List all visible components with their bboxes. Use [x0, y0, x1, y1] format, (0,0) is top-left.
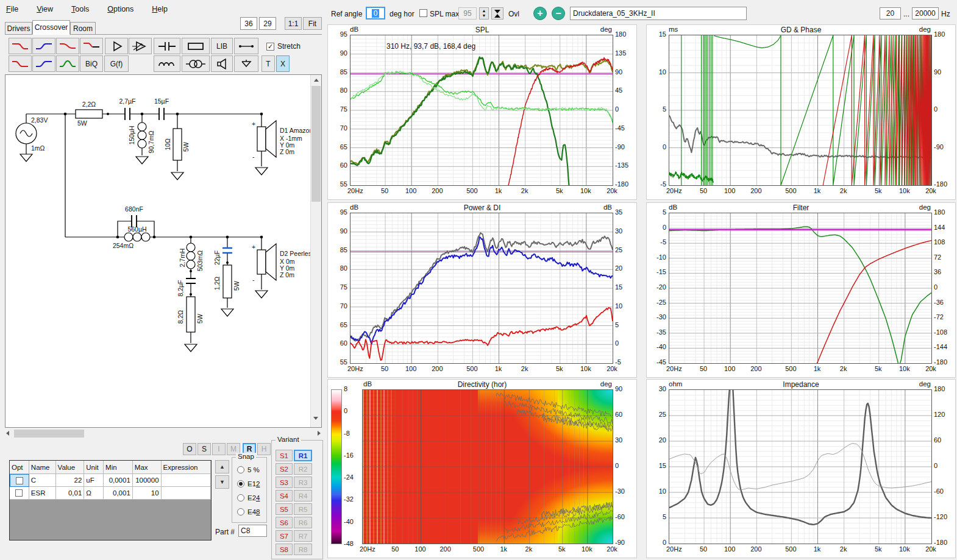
opamp-button[interactable]	[129, 38, 152, 54]
spl-max-spinner[interactable]: ▲▼	[479, 7, 489, 19]
column-header-unit[interactable]: Unit	[84, 461, 104, 474]
variant-s5-button[interactable]: S5	[276, 503, 293, 515]
ref-angle-input[interactable]: 0	[366, 7, 385, 19]
mode-button-s[interactable]: S	[197, 443, 211, 455]
stretch-checkbox[interactable]: ✓	[266, 43, 274, 51]
transformer-button[interactable]	[182, 55, 210, 72]
variant-r1-button[interactable]: R1	[294, 450, 312, 461]
column-header-name[interactable]: Name	[29, 461, 56, 474]
inductor-button[interactable]	[154, 55, 180, 72]
grid-width-input[interactable]: 36	[240, 17, 257, 30]
variant-s7-button[interactable]: S7	[276, 530, 293, 542]
radio-icon[interactable]	[237, 494, 244, 502]
overlay-add-button[interactable]: +	[533, 7, 547, 20]
vscroll-thumb[interactable]	[311, 86, 321, 202]
snap-option-e48[interactable]: E48	[237, 508, 266, 516]
cell-name[interactable]: C	[29, 474, 56, 487]
freq-min-input[interactable]: 20	[880, 7, 901, 19]
lowshelf-block-button[interactable]	[56, 38, 79, 54]
radio-icon[interactable]	[237, 466, 244, 473]
buffer-button[interactable]	[105, 38, 128, 54]
cell-value[interactable]: 22	[56, 474, 85, 487]
snap-option-e12[interactable]: E12	[237, 480, 266, 487]
zoom-1to1-button[interactable]: 1:1	[285, 17, 302, 30]
autoscale-button[interactable]	[491, 7, 503, 19]
shelf-block-button[interactable]	[80, 38, 103, 54]
freq-max-input[interactable]: 20000	[912, 7, 939, 19]
snap-option-e24[interactable]: E24	[237, 494, 266, 502]
grid-height-input[interactable]: 29	[259, 17, 276, 30]
cell-max[interactable]: 100000	[133, 474, 162, 487]
library-button[interactable]: LIB	[211, 38, 233, 54]
scroll-left-icon[interactable]	[6, 431, 9, 436]
highpass-block-button[interactable]	[32, 38, 55, 54]
variant-s6-button[interactable]: S6	[276, 517, 293, 528]
overlay-remove-button[interactable]: −	[552, 7, 565, 20]
variant-s4-button[interactable]: S4	[276, 490, 293, 502]
schematic-hscrollbar[interactable]	[5, 429, 322, 438]
radio-icon[interactable]	[237, 480, 244, 487]
speaker-button[interactable]	[211, 55, 233, 72]
cell-min[interactable]: 0,0001	[104, 474, 133, 487]
capacitor-button[interactable]	[154, 38, 180, 54]
variant-s8-button[interactable]: S8	[276, 544, 293, 555]
resistor-button[interactable]	[182, 38, 210, 54]
biquad-button[interactable]: BiQ	[80, 55, 103, 72]
scroll-down-icon[interactable]	[313, 417, 318, 420]
scroll-right-icon[interactable]	[318, 431, 321, 436]
highshelf-up-button[interactable]	[32, 55, 55, 72]
highshelf-down-button[interactable]	[9, 55, 32, 72]
opt-checkbox[interactable]	[16, 477, 23, 484]
opt-checkbox[interactable]	[15, 489, 23, 497]
lowpass-block-button[interactable]	[9, 38, 32, 54]
row-down-button[interactable]: ▼	[215, 475, 229, 489]
component-table[interactable]: OptNameValueUnitMinMaxExpressionC22uF0,0…	[9, 460, 212, 541]
cell-min[interactable]: 0,001	[104, 487, 133, 500]
cell-unit[interactable]: uF	[84, 474, 104, 487]
table-row[interactable]: ESR0,01Ω0,00110	[10, 487, 211, 500]
variant-s2-button[interactable]: S2	[276, 463, 293, 475]
cell-name[interactable]: ESR	[29, 487, 56, 500]
opt-cell[interactable]	[10, 487, 29, 500]
cell-expression[interactable]	[162, 487, 211, 500]
column-header-value[interactable]: Value	[56, 461, 85, 474]
tab-crossover[interactable]: Crossover	[32, 20, 70, 35]
column-header-opt[interactable]: Opt	[10, 461, 29, 474]
spl-max-checkbox[interactable]	[419, 9, 427, 17]
tab-room[interactable]: Room	[70, 22, 96, 35]
wire-button[interactable]	[234, 38, 258, 54]
menu-help[interactable]: Help	[152, 5, 168, 13]
schematic-vscrollbar[interactable]	[310, 75, 321, 427]
cell-expression[interactable]	[162, 474, 211, 487]
zoom-fit-button[interactable]: Fit	[303, 17, 322, 30]
part-number-input[interactable]: C8	[238, 525, 267, 537]
menu-options[interactable]: Options	[107, 5, 133, 13]
cell-unit[interactable]: Ω	[84, 487, 104, 500]
scroll-up-icon[interactable]	[314, 79, 319, 82]
table-row[interactable]: C22uF0,0001100000	[10, 474, 211, 487]
menu-view[interactable]: View	[37, 5, 53, 13]
variant-s3-button[interactable]: S3	[276, 477, 293, 488]
column-header-max[interactable]: Max	[133, 461, 162, 474]
text-tool-button[interactable]: T	[261, 55, 275, 72]
cell-value[interactable]: 0,01	[56, 487, 85, 500]
opt-cell[interactable]	[10, 474, 29, 487]
snap-option-5pct[interactable]: 5 %	[237, 466, 266, 473]
row-up-button[interactable]: ▲	[215, 460, 229, 473]
ground-button[interactable]	[234, 55, 258, 72]
radio-icon[interactable]	[237, 508, 244, 516]
peak-eq-button[interactable]	[56, 55, 79, 72]
menu-tools[interactable]: Tools	[71, 5, 89, 13]
hscroll-thumb[interactable]	[14, 430, 84, 438]
spl-max-input[interactable]: 95	[458, 7, 477, 19]
variant-s1-button[interactable]: S1	[276, 450, 293, 461]
stretch-option[interactable]: ✓ Stretch	[266, 42, 301, 51]
cell-max[interactable]: 10	[133, 487, 162, 500]
tab-drivers[interactable]: Drivers	[5, 22, 32, 35]
column-header-min[interactable]: Min	[104, 461, 133, 474]
project-name-input[interactable]: Druckdatera_05_3KHz_II	[570, 7, 747, 20]
menu-file[interactable]: File	[6, 5, 18, 13]
schematic-canvas[interactable]: 2,83V 1mΩ 2,2Ω 5W 2,7µF 150µH 90,7mΩ 15µ…	[5, 74, 322, 428]
column-header-expression[interactable]: Expression	[162, 461, 211, 474]
mode-button-o[interactable]: O	[183, 443, 196, 455]
